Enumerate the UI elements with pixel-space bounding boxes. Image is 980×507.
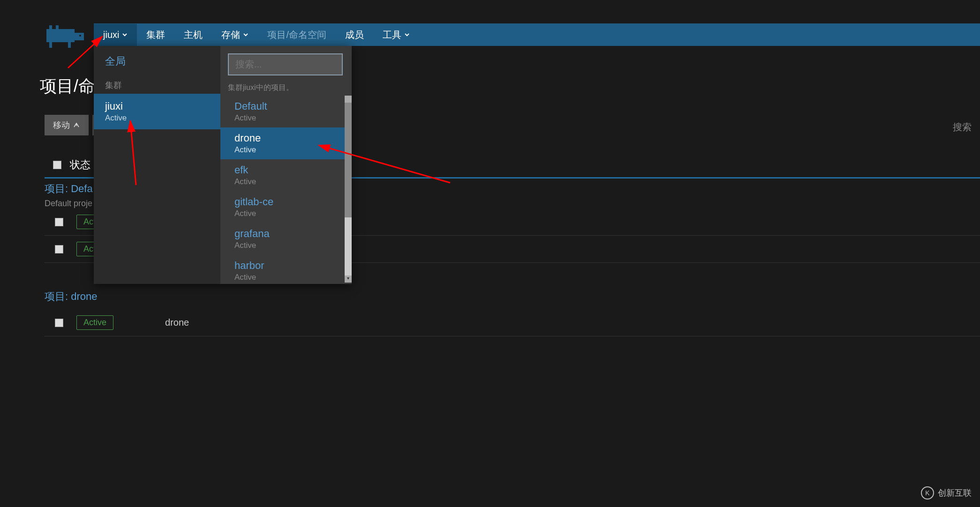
watermark-text: 创新互联 bbox=[938, 487, 972, 499]
search-label[interactable]: 搜索 bbox=[944, 116, 980, 138]
project-item-grafana[interactable]: grafana Active bbox=[220, 223, 352, 255]
watermark-icon: K bbox=[921, 486, 934, 500]
project-item-drone[interactable]: drone Active bbox=[220, 127, 352, 159]
project-list: Default Active drone Active efk Active g… bbox=[220, 96, 352, 284]
nav-storage[interactable]: 存储 bbox=[212, 23, 258, 47]
row-checkbox[interactable] bbox=[55, 218, 63, 226]
chevron-down-icon bbox=[122, 32, 128, 37]
dropdown-note: 集群jiuxi中的项目。 bbox=[220, 83, 352, 96]
move-button[interactable]: 移动 bbox=[45, 115, 89, 135]
project-title[interactable]: 项目: drone bbox=[45, 290, 980, 304]
status-column[interactable]: 状态 bbox=[70, 158, 90, 172]
nav-tools[interactable]: 工具 bbox=[373, 23, 419, 47]
top-nav: jiuxi 集群 主机 存储 项目/命名空间 成员 工具 bbox=[94, 23, 980, 46]
cluster-item-jiuxi[interactable]: jiuxi Active bbox=[94, 94, 220, 129]
dropdown-right-pane: 集群jiuxi中的项目。 Default Active drone Active… bbox=[220, 46, 352, 284]
dropdown-left-pane: 全局 集群 jiuxi Active bbox=[94, 46, 220, 284]
project-item-gitlab-ce[interactable]: gitlab-ce Active bbox=[220, 191, 352, 223]
nav-members[interactable]: 成员 bbox=[336, 23, 373, 47]
nav-cluster[interactable]: 集群 bbox=[137, 23, 174, 47]
move-icon bbox=[73, 121, 80, 129]
project-item-efk[interactable]: efk Active bbox=[220, 159, 352, 191]
svg-rect-4 bbox=[49, 42, 52, 48]
svg-rect-0 bbox=[46, 29, 75, 42]
svg-point-6 bbox=[79, 35, 81, 37]
svg-rect-1 bbox=[75, 33, 84, 40]
scrollbar-up-icon[interactable] bbox=[345, 96, 352, 103]
status-badge: Active bbox=[76, 315, 113, 330]
global-link[interactable]: 全局 bbox=[94, 46, 220, 77]
svg-rect-2 bbox=[49, 25, 52, 31]
dropdown-search-input[interactable] bbox=[228, 53, 343, 75]
nav-project-ns[interactable]: 项目/命名空间 bbox=[258, 23, 336, 47]
cluster-selector[interactable]: jiuxi bbox=[94, 24, 137, 46]
project-item-harbor[interactable]: harbor Active bbox=[220, 255, 352, 284]
cluster-selector-label: jiuxi bbox=[103, 30, 119, 40]
svg-rect-5 bbox=[68, 42, 71, 48]
scrollbar-thumb[interactable] bbox=[345, 96, 352, 217]
scrollbar-down-icon[interactable]: ▾ bbox=[345, 276, 352, 283]
row-checkbox[interactable] bbox=[55, 319, 63, 327]
project-item-default[interactable]: Default Active bbox=[220, 96, 352, 127]
chevron-down-icon bbox=[243, 32, 249, 37]
project-section-drone: 项目: drone Active drone bbox=[45, 290, 980, 336]
rancher-logo-icon[interactable] bbox=[45, 23, 87, 50]
chevron-down-icon bbox=[404, 32, 410, 37]
nav-host[interactable]: 主机 bbox=[174, 23, 212, 47]
table-row[interactable]: Active drone bbox=[45, 309, 980, 336]
cluster-section-label: 集群 bbox=[94, 77, 220, 94]
action-bar: 移动 bbox=[45, 115, 97, 135]
select-all-checkbox[interactable] bbox=[53, 161, 61, 169]
svg-rect-3 bbox=[56, 25, 59, 31]
row-checkbox[interactable] bbox=[55, 245, 63, 254]
watermark: K 创新互联 bbox=[921, 486, 972, 500]
cluster-status: Active bbox=[105, 113, 209, 123]
cluster-dropdown: 全局 集群 jiuxi Active 集群jiuxi中的项目。 Default … bbox=[94, 46, 352, 284]
scrollbar[interactable] bbox=[345, 96, 352, 281]
cluster-name: jiuxi bbox=[105, 100, 209, 112]
row-name: drone bbox=[165, 317, 189, 328]
